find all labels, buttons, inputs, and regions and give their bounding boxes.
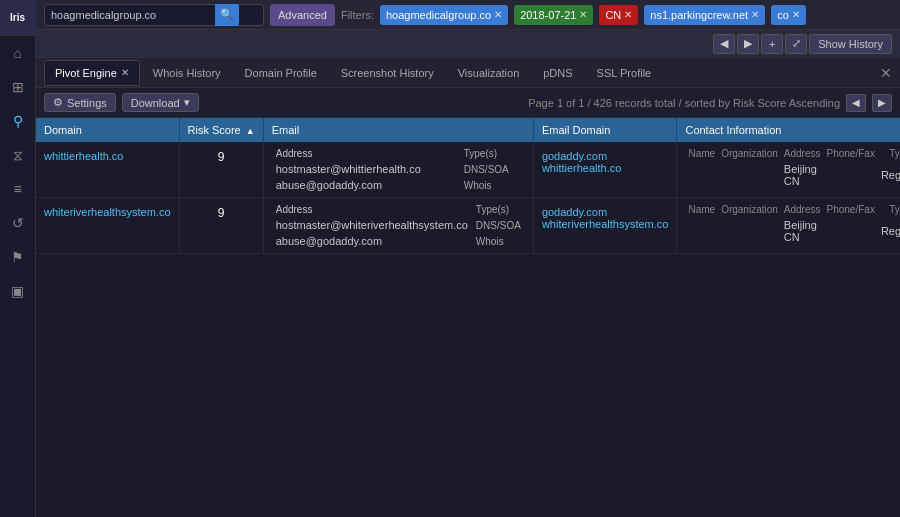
filter-tag-ns[interactable]: ns1.parkingcrew.net ✕ [644, 5, 765, 25]
contact-cell-1: Name Organization Address Phone/Fax Type… [677, 142, 900, 198]
filter-tag-cn-label: CN [605, 9, 621, 21]
nav-arrow-group: ◀ ▶ + ⤢ Show History [713, 34, 892, 54]
filter-tag-tld[interactable]: co ✕ [771, 5, 806, 25]
show-history-button[interactable]: Show History [809, 34, 892, 54]
contact-phone-1 [824, 161, 878, 189]
search-icon[interactable]: ⚲ [0, 104, 36, 138]
email-address-2b[interactable]: abuse@godaddy.com [272, 233, 472, 249]
email-type-header-2: Type(s) [472, 202, 525, 217]
col-risk-score[interactable]: Risk Score ▲ [179, 118, 263, 142]
email-domain-secondary-2[interactable]: whiteriverhealthsystem.co [542, 218, 669, 230]
email-domain-secondary-1[interactable]: whittierhealth.co [542, 162, 669, 174]
filter-tag-domain[interactable]: hoagmedicalgroup.co ✕ [380, 5, 508, 25]
tab-domain-profile-label: Domain Profile [245, 67, 317, 79]
tab-ssl-profile[interactable]: SSL Profile [586, 60, 663, 86]
nav-forward-button[interactable]: ▶ [737, 34, 759, 54]
results-table-container[interactable]: Domain Risk Score ▲ Email Email Domain C… [36, 118, 900, 517]
tab-visualization[interactable]: Visualization [447, 60, 531, 86]
filter-tag-domain-close[interactable]: ✕ [494, 9, 502, 20]
col-domain[interactable]: Domain [36, 118, 179, 142]
contact-cell-2: Name Organization Address Phone/Fax Type… [677, 198, 900, 254]
tab-whois-history[interactable]: Whois History [142, 60, 232, 86]
page-next-button[interactable]: ▶ [872, 94, 892, 112]
email-domain-primary-1[interactable]: godaddy.com [542, 150, 669, 162]
contact-col-name-2: Name [685, 202, 718, 217]
tabs-close-button[interactable]: ✕ [880, 65, 892, 81]
gear-icon: ⚙ [53, 96, 63, 109]
nav-expand-button[interactable]: ⤢ [785, 34, 807, 54]
tab-pivot-engine[interactable]: Pivot Engine ✕ [44, 60, 140, 86]
sidebar: Iris ⌂ ⊞ ⚲ ⧖ ≡ ↺ ⚑ ▣ [0, 0, 36, 517]
chevron-down-icon: ▾ [184, 96, 190, 109]
tab-pdns[interactable]: pDNS [532, 60, 583, 86]
table-row: whiteriverhealthsystem.co 9 Address Type… [36, 198, 900, 254]
email-type-header-1: Type(s) [460, 146, 525, 161]
search-button[interactable]: 🔍 [215, 4, 239, 26]
filter-tag-tld-label: co [777, 9, 789, 21]
toolbar: ⚙ Settings Download ▾ Page 1 of 1 / 426 … [36, 88, 900, 118]
col-email-domain[interactable]: Email Domain [533, 118, 677, 142]
tabs-bar: Pivot Engine ✕ Whois History Domain Prof… [36, 58, 900, 88]
tab-pivot-engine-label: Pivot Engine [55, 67, 117, 79]
filter-tag-ns-close[interactable]: ✕ [751, 9, 759, 20]
home-icon[interactable]: ⌂ [0, 36, 36, 70]
contact-col-name: Name [685, 146, 718, 161]
filter-tag-ns-label: ns1.parkingcrew.net [650, 9, 748, 21]
email-type-1b: Whois [460, 177, 525, 193]
download-button[interactable]: Download ▾ [122, 93, 199, 112]
filter-tag-cn-close[interactable]: ✕ [624, 9, 632, 20]
grid-icon[interactable]: ⊞ [0, 70, 36, 104]
col-email[interactable]: Email [263, 118, 533, 142]
filter-tag-date-close[interactable]: ✕ [579, 9, 587, 20]
tab-pdns-label: pDNS [543, 67, 572, 79]
filter-tag-cn[interactable]: CN ✕ [599, 5, 638, 25]
email-domain-primary-2[interactable]: godaddy.com [542, 206, 669, 218]
page-prev-button[interactable]: ◀ [846, 94, 866, 112]
tab-pivot-engine-close[interactable]: ✕ [121, 67, 129, 78]
contact-col-phone-2: Phone/Fax [824, 202, 878, 217]
contact-org-1 [718, 161, 781, 189]
nav-add-button[interactable]: + [761, 34, 783, 54]
contact-col-phone: Phone/Fax [824, 146, 878, 161]
domain-value-2[interactable]: whiteriverhealthsystem.co [36, 198, 179, 254]
tab-whois-history-label: Whois History [153, 67, 221, 79]
download-label: Download [131, 97, 180, 109]
list-icon[interactable]: ≡ [0, 172, 36, 206]
email-domain-cell-2: godaddy.com whiteriverhealthsystem.co [533, 198, 677, 254]
email-type-2b: Whois [472, 233, 525, 249]
email-address-1a[interactable]: hostmaster@whittierhealth.co [272, 161, 460, 177]
history-icon[interactable]: ↺ [0, 206, 36, 240]
email-address-2a[interactable]: hostmaster@whiteriverhealthsystem.co [272, 217, 472, 233]
email-address-1b[interactable]: abuse@godaddy.com [272, 177, 460, 193]
filter-tag-date[interactable]: 2018-07-21 ✕ [514, 5, 593, 25]
bookmark-icon[interactable]: ⚑ [0, 240, 36, 274]
tab-domain-profile[interactable]: Domain Profile [234, 60, 328, 86]
filter-icon[interactable]: ⧖ [0, 138, 36, 172]
filter-tag-domain-label: hoagmedicalgroup.co [386, 9, 491, 21]
contact-name-1 [685, 161, 718, 189]
contact-col-type-2: Type(s) [878, 202, 900, 217]
folder-icon[interactable]: ▣ [0, 274, 36, 308]
contact-col-addr: Address [781, 146, 824, 161]
filter-tag-tld-close[interactable]: ✕ [792, 9, 800, 20]
tab-screenshot-history[interactable]: Screenshot History [330, 60, 445, 86]
page-info: Page 1 of 1 / 426 records total / sorted… [528, 97, 840, 109]
col-contact-info[interactable]: Contact Information [677, 118, 900, 142]
filters-label: Filters: [341, 9, 374, 21]
contact-type-1: Registrant [878, 161, 900, 189]
email-addr-header-1: Address [272, 146, 460, 161]
nav-back-button[interactable]: ◀ [713, 34, 735, 54]
app-logo: Iris [0, 0, 36, 36]
tab-visualization-label: Visualization [458, 67, 520, 79]
settings-button[interactable]: ⚙ Settings [44, 93, 116, 112]
contact-col-org: Organization [718, 146, 781, 161]
search-input[interactable] [45, 9, 215, 21]
settings-label: Settings [67, 97, 107, 109]
nav-arrows-bar: ◀ ▶ + ⤢ Show History [36, 30, 900, 58]
contact-phone-2 [824, 217, 878, 245]
domain-value-1[interactable]: whittierhealth.co [36, 142, 179, 198]
contact-col-addr-2: Address [781, 202, 824, 217]
contact-col-org-2: Organization [718, 202, 781, 217]
filter-tag-date-label: 2018-07-21 [520, 9, 576, 21]
advanced-button[interactable]: Advanced [270, 4, 335, 26]
